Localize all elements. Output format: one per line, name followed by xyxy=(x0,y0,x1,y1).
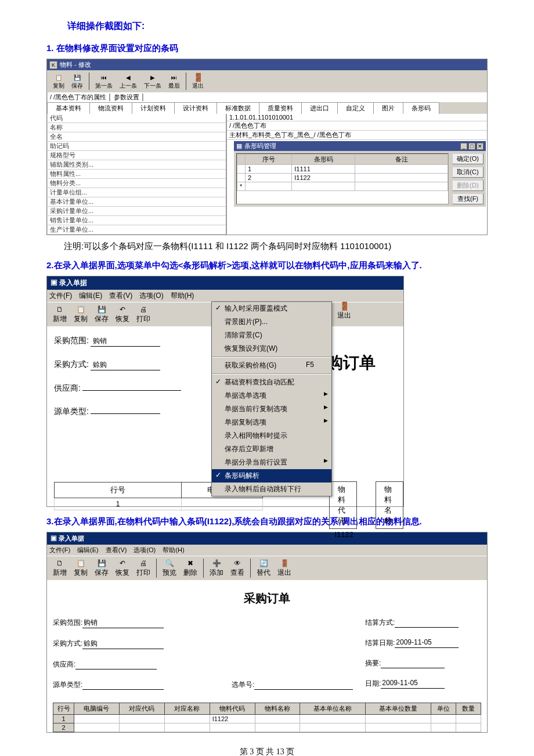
tool-restore[interactable]: ↶恢复 xyxy=(112,304,133,325)
field-label[interactable]: 基本计量单位... xyxy=(47,197,226,207)
field-label[interactable]: 名称 xyxy=(47,123,226,132)
menu-item[interactable]: 选项(O) xyxy=(139,291,163,301)
form-value[interactable]: 2009-11-05 xyxy=(381,679,445,689)
menu-option[interactable]: 保存后立即新增 xyxy=(212,442,331,456)
field-label[interactable]: 销售计量单位... xyxy=(47,216,226,225)
form-value[interactable] xyxy=(82,680,164,690)
menu-item[interactable]: 选项(O) xyxy=(134,546,156,555)
menu-option[interactable]: 获取采购价格(G)F5 xyxy=(212,359,331,372)
table-row[interactable]: 1 xyxy=(55,498,263,510)
tab-5[interactable]: 质量资料 xyxy=(259,102,302,114)
tool-save[interactable]: 💾保存 xyxy=(68,71,86,91)
menu-option[interactable]: 录入物料后自动跳转下行 xyxy=(212,483,331,496)
table-row[interactable]: 2 xyxy=(53,723,481,732)
dialog-max-button[interactable]: □ xyxy=(468,143,475,150)
menu-option[interactable]: 清除背景(C) xyxy=(212,329,331,342)
tab-8[interactable]: 图片 xyxy=(373,102,403,114)
tab-7[interactable]: 自定义 xyxy=(337,102,374,114)
delete-button[interactable]: 删除(D) xyxy=(452,180,484,191)
selnum-value[interactable] xyxy=(254,680,353,690)
tool-exit[interactable]: 🚪退出 xyxy=(337,301,351,321)
field-label[interactable]: 代码 xyxy=(47,114,226,123)
menu-option[interactable]: 单据分录当前行设置 xyxy=(212,456,331,469)
field-label[interactable]: 全名 xyxy=(47,132,226,142)
menu-item[interactable]: 编辑(E) xyxy=(77,546,99,555)
find-button[interactable]: 查找(F) xyxy=(452,193,484,204)
tool-保存[interactable]: 💾保存 xyxy=(91,557,112,579)
field-label[interactable]: 助记码 xyxy=(47,142,226,151)
tool-替代[interactable]: 🔄替代 xyxy=(253,557,274,579)
field-label[interactable]: 生产计量单位... xyxy=(47,225,226,235)
form-value[interactable]: 2009-11-05 xyxy=(395,638,459,648)
tab-0[interactable]: 基本资料 xyxy=(47,102,90,114)
tab-4[interactable]: 标准数据 xyxy=(217,102,259,114)
tool-last[interactable]: ⏭最后 xyxy=(165,71,183,91)
field-label[interactable]: 辅助属性类别... xyxy=(47,160,226,170)
menu-item[interactable]: 帮助(H) xyxy=(171,291,194,301)
barcode-row[interactable]: 2I1122 xyxy=(237,174,448,182)
tool-恢复[interactable]: ↶恢复 xyxy=(112,557,133,579)
form-value[interactable]: 购销 xyxy=(82,618,164,628)
menu-item[interactable]: 查看(V) xyxy=(106,546,127,555)
menu-option[interactable]: 背景图片(P)... xyxy=(212,315,331,329)
form-value[interactable]: 赊购 xyxy=(82,639,164,649)
tool-预览[interactable]: 🔍预览 xyxy=(159,557,180,579)
menu-item[interactable]: 帮助(H) xyxy=(163,546,184,555)
field-label[interactable]: 规格型号 xyxy=(47,151,226,160)
tool-退出[interactable]: 🚪退出 xyxy=(274,557,295,579)
menu-option[interactable]: 条形码解析 xyxy=(212,469,331,483)
tab-6[interactable]: 进出口 xyxy=(301,102,338,114)
tab-2[interactable]: 计划资料 xyxy=(132,102,175,114)
tool-添加[interactable]: ➕添加 xyxy=(206,557,227,579)
menu-item[interactable]: 文件(F) xyxy=(49,291,72,301)
tool-copy[interactable]: 📋复制 xyxy=(70,304,91,325)
menu-item[interactable]: 编辑(E) xyxy=(79,291,102,301)
tool-打印[interactable]: 🖨打印 xyxy=(133,557,154,579)
srctype-value[interactable] xyxy=(91,413,160,414)
form-value[interactable] xyxy=(395,618,459,628)
menu-option[interactable]: 基础资料查找自动匹配 xyxy=(212,376,331,389)
barcode-row-new[interactable]: * xyxy=(237,182,448,191)
dialog-min-button[interactable]: _ xyxy=(460,143,467,150)
menu-option[interactable]: 录入相同物料时提示 xyxy=(212,429,331,442)
menu-item[interactable]: 文件(F) xyxy=(49,546,70,555)
form-value[interactable] xyxy=(75,660,157,669)
menu-item[interactable]: 查看(V) xyxy=(109,291,132,301)
form-label: 源单类型: xyxy=(53,680,82,690)
tool-查看[interactable]: 👁查看 xyxy=(227,557,248,579)
menu-option[interactable]: 输入时采用覆盖模式 xyxy=(212,302,331,315)
range-value[interactable]: 购销 xyxy=(91,336,160,347)
tab-3[interactable]: 设计资料 xyxy=(174,102,217,114)
tool-print[interactable]: 🖨打印 xyxy=(133,304,154,325)
tool-新增[interactable]: 🗋新增 xyxy=(49,557,70,579)
menu-option[interactable]: 单据复制选项 xyxy=(212,416,331,429)
tool-first[interactable]: ⏮第一条 xyxy=(92,71,116,91)
cancel-button[interactable]: 取消(C) xyxy=(452,167,484,178)
method-value[interactable]: 赊购 xyxy=(91,360,160,370)
tool-prev[interactable]: ◀上一条 xyxy=(116,71,140,91)
field-label[interactable]: 物料分类... xyxy=(47,179,226,188)
field-label[interactable]: 采购计量单位... xyxy=(47,207,226,216)
matcode-cell[interactable]: I1122 xyxy=(210,715,255,723)
barcode-row[interactable]: 1I1111 xyxy=(237,165,448,174)
supplier-value[interactable] xyxy=(82,390,181,391)
form-value[interactable] xyxy=(381,658,445,668)
matcode-cell[interactable]: I1122 xyxy=(329,529,357,540)
tool-next[interactable]: ▶下一条 xyxy=(140,71,165,91)
tool-copy[interactable]: 📋复制 xyxy=(49,71,68,91)
dialog-close-button[interactable]: ✕ xyxy=(477,143,484,150)
tab-1[interactable]: 物流资料 xyxy=(89,102,132,114)
tool-删除[interactable]: ✖删除 xyxy=(180,557,201,579)
ok-button[interactable]: 确定(O) xyxy=(452,153,484,164)
field-label[interactable]: 物料属性... xyxy=(47,170,226,179)
tab-9[interactable]: 条形码 xyxy=(403,102,439,114)
tool-复制[interactable]: 📋复制 xyxy=(70,557,91,579)
tool-exit[interactable]: 🚪退出 xyxy=(189,71,207,91)
table-row[interactable]: 1I1122 xyxy=(53,715,481,723)
field-label[interactable]: 计量单位组... xyxy=(47,188,226,197)
tool-new[interactable]: 🗋新增 xyxy=(49,304,70,325)
tool-save[interactable]: 💾保存 xyxy=(91,304,112,325)
menu-option[interactable]: 单据当前行复制选项 xyxy=(212,402,331,416)
menu-option[interactable]: 单据选单选项 xyxy=(212,389,331,402)
menu-option[interactable]: 恢复预设列宽(W) xyxy=(212,342,331,355)
